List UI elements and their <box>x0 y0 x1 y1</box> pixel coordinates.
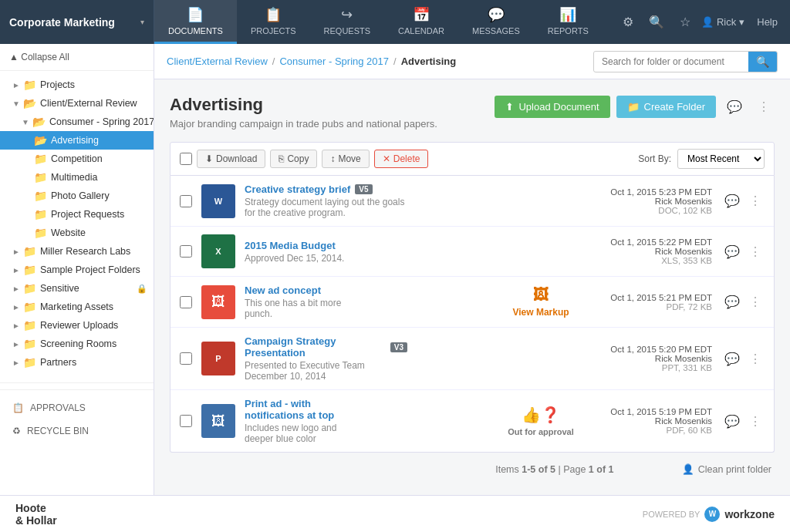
sidebar-item-consumer-spring[interactable]: ▼ 📂 Consumer - Spring 2017 <box>0 113 154 131</box>
doc-date-5: Oct 1, 2015 5:19 PM EDT <box>589 407 712 416</box>
doc-checkbox-4[interactable] <box>180 352 192 365</box>
sidebar-item-photo-gallery[interactable]: 📁 Photo Gallery <box>0 187 154 205</box>
help-link[interactable]: Help <box>757 16 778 28</box>
folder-header: Advertising Major branding campaign in t… <box>170 95 775 130</box>
sidebar-recycle-bin[interactable]: ♻ RECYCLE BIN <box>0 419 154 443</box>
doc-more-4[interactable]: ⋮ <box>746 350 765 368</box>
collapse-all-button[interactable]: ▲ Collapse All <box>0 44 154 71</box>
doc-type-2: XLS, 353 KB <box>589 256 712 265</box>
search-button[interactable]: 🔍 <box>644 12 669 32</box>
sidebar-item-project-requests[interactable]: 📁 Project Requests <box>0 205 154 224</box>
nav-item-reports[interactable]: 📊 REPORTS <box>534 0 603 44</box>
download-button[interactable]: ⬇ Download <box>197 150 265 168</box>
copy-button[interactable]: ⎘ Copy <box>270 150 317 168</box>
doc-name-1[interactable]: Creative strategy brief V5 <box>245 184 407 195</box>
sidebar-item-marketing-assets[interactable]: ► 📁 Marketing Assets <box>0 298 154 316</box>
doc-thumb-word: W <box>201 184 235 218</box>
doc-more-2[interactable]: ⋮ <box>746 243 765 261</box>
search-input[interactable] <box>594 52 748 71</box>
doc-checkbox-1[interactable] <box>180 195 192 207</box>
select-all-checkbox[interactable] <box>180 153 192 165</box>
doc-more-3[interactable]: ⋮ <box>746 293 765 311</box>
breadcrumb-consumer-spring[interactable]: Consumer - Spring 2017 <box>279 56 389 67</box>
upload-document-button[interactable]: ⬆ Upload Document <box>495 96 609 118</box>
doc-status-5[interactable]: 👍❓ Out for approval <box>502 406 579 436</box>
sidebar-tree: ► 📁 Projects ▼ 📂 Client/External Review … <box>0 71 154 376</box>
sidebar-divider <box>0 382 154 383</box>
nav-item-messages[interactable]: 💬 MESSAGES <box>458 0 534 44</box>
user-menu[interactable]: 👤 Rick ▾ <box>701 16 744 28</box>
sidebar-bottom: 📋 APPROVALS ♻ RECYCLE BIN <box>0 389 154 449</box>
sort-by-label: Sort By: <box>638 153 671 164</box>
doc-comment-3[interactable]: 💬 <box>721 293 743 311</box>
create-folder-button[interactable]: 📁 Create Folder <box>616 96 716 118</box>
settings-button[interactable]: ⚙ <box>618 12 638 32</box>
move-icon: ↕ <box>330 153 335 164</box>
doc-checkbox-2[interactable] <box>180 245 192 258</box>
sidebar-item-miller-research[interactable]: ► 📁 Miller Research Labs <box>0 242 154 261</box>
sidebar-item-sample-project[interactable]: ► 📁 Sample Project Folders <box>0 261 154 279</box>
sidebar-item-projects[interactable]: ► 📁 Projects <box>0 76 154 94</box>
sidebar-item-multimedia[interactable]: 📁 Multimedia <box>0 168 154 187</box>
doc-checkbox-3[interactable] <box>180 296 192 308</box>
nav-item-projects[interactable]: 📋 PROJECTS <box>237 0 310 44</box>
sample-project-folder-icon: 📁 <box>23 264 36 276</box>
doc-checkbox-5[interactable] <box>180 415 192 427</box>
sidebar-item-reviewer-uploads[interactable]: ► 📁 Reviewer Uploads <box>0 316 154 335</box>
sidebar-item-website[interactable]: 📁 Website <box>0 224 154 242</box>
comment-button[interactable]: 💬 <box>722 95 747 119</box>
breadcrumb-client-external[interactable]: Client/External Review <box>167 56 268 67</box>
sidebar-item-partners[interactable]: ► 📁 Partners <box>0 353 154 372</box>
workzone-logo: W workzone <box>704 507 775 522</box>
doc-comment-2[interactable]: 💬 <box>721 243 743 261</box>
breadcrumb-bar: Client/External Review / Consumer - Spri… <box>154 44 790 79</box>
client-external-chevron: ▼ <box>12 99 20 108</box>
nav-items: 📄 DOCUMENTS 📋 PROJECTS ↪ REQUESTS 📅 CALE… <box>154 0 606 44</box>
doc-name-3[interactable]: New ad concept <box>245 285 364 296</box>
sidebar-item-competition[interactable]: 📁 Competition <box>0 150 154 168</box>
delete-button[interactable]: ✕ Delete <box>374 150 429 168</box>
sidebar-approvals[interactable]: 📋 APPROVALS <box>0 396 154 419</box>
sidebar-item-sensitive[interactable]: ► 📁 Sensitive 🔒 <box>0 279 154 298</box>
messages-icon: 💬 <box>488 6 505 23</box>
move-button[interactable]: ↕ Move <box>322 150 369 168</box>
doc-more-5[interactable]: ⋮ <box>746 412 765 430</box>
sensitive-chevron: ► <box>12 285 20 293</box>
doc-meta-1: Oct 1, 2015 5:23 PM EDT Rick Mosenkis DO… <box>589 187 712 215</box>
search-submit-button[interactable]: 🔍 <box>748 52 777 72</box>
nav-item-requests[interactable]: ↪ REQUESTS <box>310 0 385 44</box>
doc-comment-4[interactable]: 💬 <box>721 350 743 368</box>
photo-gallery-folder-icon: 📁 <box>34 190 47 202</box>
screening-rooms-chevron: ► <box>12 340 20 348</box>
doc-comment-5[interactable]: 💬 <box>721 412 743 430</box>
brand-area[interactable]: Corporate Marketing ▾ <box>0 0 154 44</box>
sidebar: ▲ Collapse All ► 📁 Projects ▼ 📂 Client/E… <box>0 44 154 495</box>
folder-content: Advertising Major branding campaign in t… <box>154 79 790 495</box>
doc-name-2[interactable]: 2015 Media Budget <box>245 240 407 251</box>
doc-desc-1: Strategy document laying out the goals f… <box>245 197 407 218</box>
sidebar-item-screening-rooms[interactable]: ► 📁 Screening Rooms <box>0 335 154 353</box>
doc-name-5[interactable]: Print ad - with notifications at top <box>245 398 364 421</box>
clean-print-button[interactable]: 👤 Clean print folder <box>682 463 771 475</box>
sort-select[interactable]: Most RecentNameDate ModifiedFile Size <box>677 149 765 169</box>
doc-date-4: Oct 1, 2015 5:20 PM EDT <box>589 345 712 354</box>
star-button[interactable]: ☆ <box>675 12 695 32</box>
doc-status-3[interactable]: 🖼 View Markup <box>502 286 579 318</box>
doc-info-4: Campaign Strategy Presentation V3 Presen… <box>245 335 407 382</box>
sidebar-item-client-external[interactable]: ▼ 📂 Client/External Review <box>0 94 154 113</box>
brand-chevron: ▾ <box>140 18 144 26</box>
table-row: 🖼 New ad concept This one has a bit more… <box>170 277 774 328</box>
more-options-button[interactable]: ⋮ <box>753 95 775 119</box>
doc-desc-3: This one has a bit more punch. <box>245 298 364 319</box>
partners-chevron: ► <box>12 359 20 367</box>
doc-info-3: New ad concept This one has a bit more p… <box>245 285 364 319</box>
doc-name-4[interactable]: Campaign Strategy Presentation V3 <box>245 335 407 359</box>
doc-type-5: PDF, 60 KB <box>589 426 712 435</box>
doc-comment-1[interactable]: 💬 <box>721 192 743 210</box>
doc-more-1[interactable]: ⋮ <box>746 192 765 210</box>
sidebar-item-advertising[interactable]: 📂 Advertising <box>0 131 154 150</box>
folder-title: Advertising <box>170 95 437 115</box>
nav-item-documents[interactable]: 📄 DOCUMENTS <box>154 0 237 44</box>
client-external-folder-icon: 📂 <box>23 97 36 109</box>
nav-item-calendar[interactable]: 📅 CALENDAR <box>384 0 458 44</box>
